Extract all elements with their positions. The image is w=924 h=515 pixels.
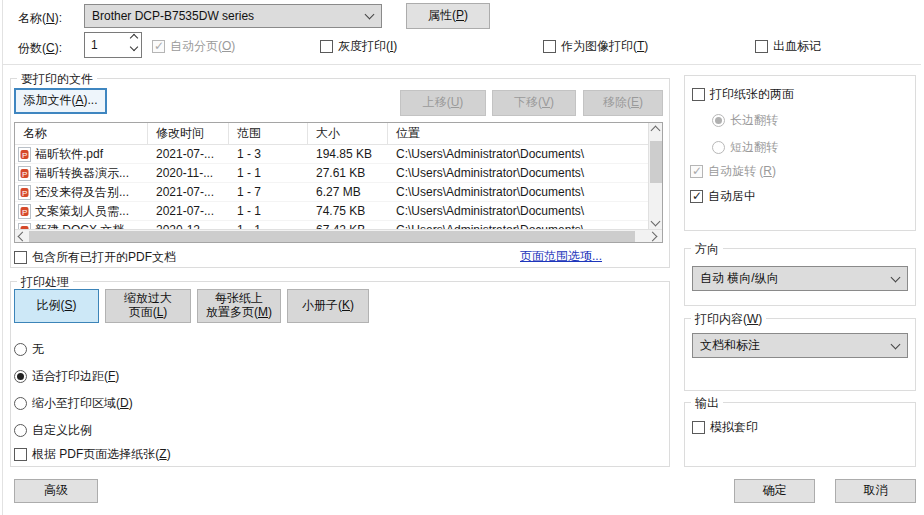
- horizontal-scrollbar[interactable]: [15, 229, 663, 242]
- radio-shrink-to-printable-area[interactable]: 缩小至打印区域(D): [14, 395, 133, 412]
- file-name: 福昕软件.pdf: [35, 146, 103, 163]
- file-modified: 2020-11-...: [148, 166, 229, 180]
- checkbox-icon: [692, 421, 705, 434]
- file-name: 还没来得及告别...: [35, 184, 129, 201]
- simulate-overprinting-checkbox[interactable]: 模拟套印: [692, 419, 758, 436]
- checkbox-icon: [14, 448, 27, 461]
- print-content-group-title: 打印内容(W): [691, 311, 766, 328]
- print-dialog: { "top": { "printer_label": "名称(N):", "p…: [0, 0, 924, 515]
- printer-name-label: 名称(N):: [18, 10, 62, 27]
- window-left-border: [2, 0, 3, 515]
- table-row[interactable]: P福昕软件.pdf 2021-07-... 1 - 3 194.85 KB C:…: [15, 145, 648, 164]
- table-row[interactable]: P福昕转换器演示... 2020-11-... 1 - 1 27.61 KB C…: [15, 164, 648, 183]
- printer-select-value: Brother DCP-B7535DW series: [92, 9, 254, 23]
- file-location: C:\Users\Administrator\Documents\: [388, 166, 648, 180]
- orientation-select[interactable]: 自动 横向/纵向: [692, 266, 908, 291]
- radio-custom-scale[interactable]: 自定义比例: [14, 422, 92, 439]
- scroll-up-icon[interactable]: [651, 126, 661, 136]
- top-separator: [3, 64, 921, 65]
- file-range: 1 - 1: [229, 204, 308, 218]
- radio-icon: [712, 141, 725, 154]
- properties-button[interactable]: 属性(P): [406, 3, 490, 29]
- vertical-scrollbar-thumb[interactable]: [650, 141, 662, 183]
- checkbox-icon: [14, 251, 27, 264]
- radio-icon: [14, 424, 27, 437]
- file-location: C:\Users\Administrator\Documents\: [388, 204, 648, 218]
- print-content-select[interactable]: 文档和标注: [692, 333, 908, 358]
- cancel-button[interactable]: 取消: [835, 479, 916, 503]
- move-up-button: 上移(U): [400, 90, 486, 116]
- copies-value: 1: [91, 38, 98, 52]
- table-row[interactable]: P文案策划人员需... 2021-07-... 1 - 1 74.75 KB C…: [15, 202, 648, 221]
- column-header-name[interactable]: 名称: [15, 123, 148, 145]
- horizontal-scrollbar-thumb[interactable]: [29, 231, 635, 242]
- file-size: 74.75 KB: [308, 204, 388, 218]
- choose-paper-by-pdf-size-checkbox[interactable]: 根据 PDF页面选择纸张(Z): [14, 446, 171, 463]
- grayscale-checkbox[interactable]: 灰度打印(I): [320, 38, 397, 55]
- file-name: 福昕转换器演示...: [35, 165, 129, 182]
- svg-text:P: P: [22, 150, 27, 159]
- move-down-button: 下移(V): [492, 90, 576, 116]
- radio-scale-none[interactable]: 无: [14, 341, 44, 358]
- scroll-down-icon[interactable]: [651, 217, 661, 227]
- auto-center-checkbox[interactable]: 自动居中: [690, 188, 756, 205]
- file-modified: 2021-07-...: [148, 185, 229, 199]
- checkbox-icon: [692, 88, 705, 101]
- scroll-right-icon[interactable]: [648, 232, 658, 242]
- copies-label: 份数(C):: [18, 40, 62, 57]
- files-table: 名称 修改时间 范围 大小 位置 P福昕软件.pdf 2021-07-... 1…: [14, 122, 663, 243]
- tab-booklet[interactable]: 小册子(K): [287, 289, 369, 323]
- checkbox-icon: [152, 40, 165, 53]
- auto-rotate-checkbox: 自动旋转 (R): [690, 163, 776, 180]
- file-location: C:\Users\Administrator\Documents\: [388, 185, 648, 199]
- orientation-select-value: 自动 横向/纵向: [700, 270, 779, 287]
- pdf-file-icon: P: [18, 147, 31, 162]
- stepper-arrows-icon[interactable]: [131, 35, 137, 50]
- chevron-down-icon: [365, 10, 375, 20]
- include-all-open-pdfs-checkbox[interactable]: 包含所有已打开的PDF文档: [14, 249, 176, 266]
- file-modified: 2021-07-...: [148, 147, 229, 161]
- radio-icon: [14, 397, 27, 410]
- tab-multiple-per-sheet[interactable]: 每张纸上 放置多页(M): [197, 289, 281, 323]
- pdf-file-icon: P: [18, 185, 31, 200]
- page-range-options-link[interactable]: 页面范围选项...: [520, 248, 602, 265]
- column-header-range[interactable]: 范围: [229, 123, 308, 145]
- pdf-file-icon: P: [18, 166, 31, 181]
- file-modified: 2021-07-...: [148, 204, 229, 218]
- advanced-button[interactable]: 高级: [14, 479, 98, 503]
- radio-fit-printable-area[interactable]: 适合打印边距(F): [14, 368, 119, 385]
- svg-text:P: P: [22, 169, 27, 178]
- chevron-down-icon: [891, 339, 901, 349]
- file-location: C:\Users\Administrator\Documents\: [388, 147, 648, 161]
- add-files-button[interactable]: 添加文件(A)...: [14, 88, 107, 114]
- copies-stepper[interactable]: 1: [84, 32, 142, 58]
- table-row[interactable]: P还没来得及告别... 2021-07-... 1 - 7 6.27 MB C:…: [15, 183, 648, 202]
- print-as-image-checkbox[interactable]: 作为图像打印(T): [543, 38, 648, 55]
- remove-button: 移除(E): [583, 90, 663, 116]
- column-header-location[interactable]: 位置: [388, 123, 648, 145]
- scroll-left-icon[interactable]: [18, 232, 28, 242]
- radio-icon: [14, 343, 27, 356]
- print-content-select-value: 文档和标注: [700, 337, 760, 354]
- column-header-size[interactable]: 大小: [308, 123, 388, 145]
- ok-button[interactable]: 确定: [734, 479, 815, 503]
- tab-scale[interactable]: 比例(S): [14, 289, 99, 323]
- checkbox-icon: [690, 165, 703, 178]
- printer-select[interactable]: Brother DCP-B7535DW series: [84, 4, 382, 28]
- file-size: 27.61 KB: [308, 166, 388, 180]
- radio-flip-long-edge: 长边翻转: [712, 112, 778, 129]
- chevron-down-icon: [891, 272, 901, 282]
- file-size: 194.85 KB: [308, 147, 388, 161]
- svg-text:P: P: [22, 207, 27, 216]
- radio-icon: [712, 114, 725, 127]
- bleed-marks-checkbox[interactable]: 出血标记: [755, 38, 821, 55]
- file-range: 1 - 1: [229, 166, 308, 180]
- vertical-scrollbar[interactable]: [648, 123, 662, 229]
- file-range: 1 - 7: [229, 185, 308, 199]
- tab-shrink-oversized[interactable]: 缩放过大 页面(L): [105, 289, 191, 323]
- checkbox-icon: [320, 40, 333, 53]
- output-group-title: 输出: [691, 395, 723, 412]
- column-header-modified[interactable]: 修改时间: [148, 123, 229, 145]
- print-both-sides-checkbox[interactable]: 打印纸张的两面: [692, 86, 794, 103]
- file-size: 6.27 MB: [308, 185, 388, 199]
